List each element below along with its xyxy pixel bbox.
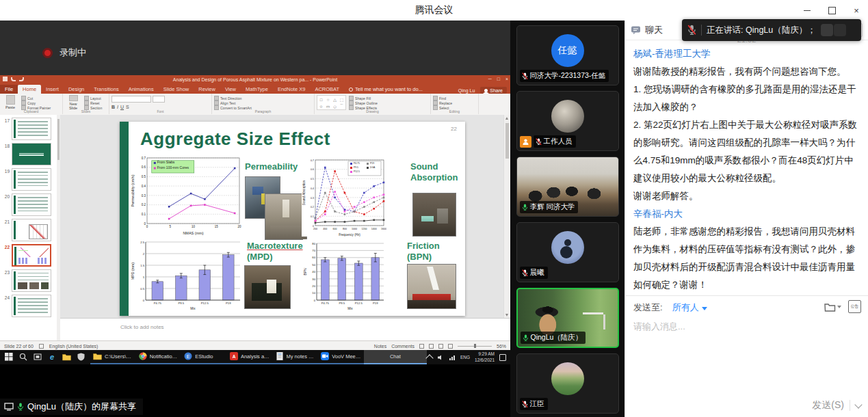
close-button[interactable]: × [849, 3, 864, 18]
taskbar-button-analysis-and-desig[interactable]: AAnalysis and Desig... [227, 350, 273, 364]
button-reset[interactable]: Reset [84, 100, 102, 105]
tab-design[interactable]: Design [64, 85, 89, 94]
slide-thumbnail-20[interactable]: 20 [3, 193, 59, 216]
participant-tile[interactable]: 工作人员 [516, 91, 619, 151]
shape-icon[interactable]: ⌒ [339, 103, 345, 109]
button-find[interactable]: Find [433, 96, 452, 100]
chat-message-list[interactable]: 杨斌-香港理工大学谢谢陆教授的精彩报告，我有两个问题想咨询下您。1. 您现场调研… [633, 45, 861, 295]
slide-canvas[interactable]: Aggregate Size Effect 22 00.10.20.30.40.… [120, 122, 465, 316]
tab-acrobat[interactable]: ACROBAT [310, 85, 344, 94]
slide-thumbnail-18[interactable]: 18 [3, 143, 59, 165]
slide-thumbnail-panel[interactable]: 1718192021222324 [0, 115, 61, 340]
normal-view-icon[interactable] [419, 344, 424, 349]
powerpoint-window-controls[interactable]: ─ □ × [488, 77, 508, 81]
tab-mathtype[interactable]: MathType [241, 85, 273, 94]
taskbar-button-c-users-qlu-box[interactable]: C:\Users\qlu\Box\... [90, 350, 136, 364]
thumbnail-preview[interactable] [12, 269, 51, 292]
network-icon[interactable] [449, 351, 456, 364]
tab-animations[interactable]: Animations [124, 85, 159, 94]
ppt-restore-icon[interactable]: □ [497, 77, 500, 81]
button-paste[interactable]: Paste [2, 95, 18, 110]
shape-gallery[interactable]: □○△⬚☆▭◇⌒ [317, 95, 346, 110]
ppt-close-icon[interactable]: × [505, 77, 508, 81]
participant-tile[interactable]: 晨曦 [516, 222, 619, 282]
taskbar-button-chat[interactable]: Chat [364, 350, 427, 364]
slide-thumbnail-24[interactable]: 24 [3, 295, 59, 317]
announcement-button[interactable]: 公告 [848, 300, 861, 313]
slide-thumbnail-19[interactable]: 19 [3, 168, 59, 191]
send-to-caret-icon[interactable] [702, 307, 707, 310]
shape-icon[interactable]: ⬚ [339, 96, 345, 103]
thumbnail-preview[interactable] [12, 168, 51, 191]
font-size-box[interactable] [153, 96, 165, 103]
thumbnail-preview[interactable] [12, 295, 51, 317]
tab-slide-show[interactable]: Slide Show [159, 85, 194, 94]
button-new-slide[interactable]: New Slide [65, 95, 81, 110]
reading-view-icon[interactable] [438, 344, 443, 349]
maximize-button[interactable] [824, 3, 839, 18]
thumbnail-preview[interactable] [12, 118, 51, 140]
notes-placeholder[interactable]: Click to add notes [120, 324, 164, 330]
tab-transitions[interactable]: Transitions [89, 85, 123, 94]
tab-file[interactable]: File [0, 85, 18, 94]
participant-tile[interactable]: 李辉 同济大学 [516, 157, 619, 217]
tray-expand-icon[interactable] [425, 354, 433, 362]
notes-toggle[interactable]: Notes [374, 344, 386, 349]
button-replace[interactable]: Replace [433, 100, 452, 105]
participant-tile[interactable]: 任懿 同济大学-2231373-任懿 [516, 25, 619, 85]
edge-icon[interactable]: e [48, 351, 56, 364]
comments-toggle[interactable]: Comments [391, 344, 415, 349]
task-view-icon[interactable] [34, 351, 42, 364]
shape-icon[interactable]: ☆ [318, 103, 324, 109]
scroll-down-icon[interactable] [505, 314, 508, 317]
start-button[interactable] [5, 351, 13, 364]
editor-scrollbar[interactable] [503, 115, 510, 319]
scroll-up-icon[interactable] [505, 117, 508, 120]
slide-thumbnail-17[interactable]: 17 [3, 118, 59, 140]
zoom-slider[interactable] [458, 346, 492, 347]
ppt-share-button[interactable]: Share [480, 87, 507, 94]
button-shape-outline[interactable]: Shape Outline [349, 100, 378, 105]
shape-icon[interactable]: ○ [325, 96, 331, 103]
shape-icon[interactable]: □ [318, 96, 324, 103]
tab-review[interactable]: Review [194, 85, 220, 94]
button-shape-fill[interactable]: Shape Fill [349, 96, 378, 100]
button-layout[interactable]: Layout [84, 96, 102, 100]
spellcheck-icon[interactable] [39, 344, 44, 349]
font-name-box[interactable] [111, 96, 151, 103]
tell-me-box[interactable]: Tell me what you want to do... [344, 85, 428, 94]
thumbnail-preview[interactable] [12, 143, 51, 165]
font-style-s-button[interactable]: S [126, 105, 129, 109]
slide-thumbnail-21[interactable]: 21 [3, 219, 59, 241]
language-tray-label[interactable]: ENG [460, 355, 470, 360]
tab-view[interactable]: View [220, 85, 241, 94]
thumbnail-preview[interactable] [12, 193, 51, 216]
taskbar-button-my-notes-on-sound[interactable]: My notes on sound... [273, 350, 319, 364]
participant-tile[interactable]: 江臣 [516, 353, 619, 414]
slide-sorter-icon[interactable] [429, 344, 434, 349]
font-style-u-button[interactable]: U [120, 105, 124, 109]
file-transfer-button[interactable] [824, 302, 841, 312]
zoom-level[interactable]: 56% [497, 344, 506, 349]
minimize-button[interactable] [800, 3, 815, 18]
search-icon[interactable] [19, 351, 27, 364]
taskbar-button-notification-tongji[interactable]: Notification: Tongji... [136, 350, 182, 364]
tray-clock[interactable]: 9:29 AM12/6/2021 [475, 351, 495, 362]
font-style-i-button[interactable]: I [117, 105, 118, 109]
send-to-selector[interactable]: 所有人 [672, 301, 699, 314]
participant-tile[interactable]: QingLu（陆庆） [516, 288, 619, 348]
slide-thumbnail-22[interactable]: 22 [3, 244, 59, 267]
button-text-direction[interactable]: Text Direction [214, 96, 252, 100]
file-explorer-icon[interactable] [62, 351, 71, 364]
tab-insert[interactable]: Insert [41, 85, 64, 94]
thumbnail-preview[interactable] [12, 244, 51, 267]
button-cut[interactable]: Cut [21, 96, 51, 100]
slideshow-icon[interactable] [448, 344, 453, 349]
chat-input[interactable]: 请输入消息... [633, 321, 685, 333]
button-copy[interactable]: Copy [21, 100, 51, 105]
shape-icon[interactable]: ◇ [332, 103, 338, 109]
send-options-caret-icon[interactable] [854, 401, 862, 408]
send-button[interactable]: 发送(S) [812, 399, 844, 412]
slide-thumbnail-23[interactable]: 23 [3, 269, 59, 292]
tab-home[interactable]: Home [18, 85, 41, 94]
